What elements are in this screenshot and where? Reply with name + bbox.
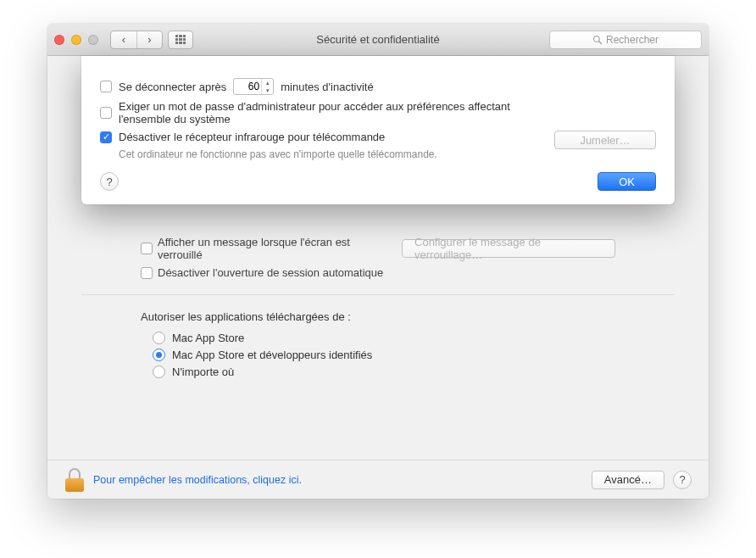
question-icon: ? xyxy=(106,176,112,188)
gk-radio-mas-dev-label: Mac App Store et développeurs identifiés xyxy=(172,349,372,361)
show-all-button[interactable] xyxy=(168,31,193,49)
titlebar: ‹ › Sécurité et confidentialité Recherch… xyxy=(47,24,709,56)
ok-button[interactable]: OK xyxy=(598,172,656,191)
zoom-window-button[interactable] xyxy=(88,35,98,45)
svg-line-1 xyxy=(598,41,601,43)
logout-after-checkbox[interactable] xyxy=(100,81,112,92)
back-button[interactable]: ‹ xyxy=(111,31,136,48)
gk-radio-mas-dev[interactable] xyxy=(153,349,165,361)
footer: Pour empêcher les modifications, cliquez… xyxy=(47,460,709,499)
forward-button[interactable]: › xyxy=(136,31,162,48)
set-lock-message-button[interactable]: Configurer le message de verrouillage… xyxy=(402,239,615,258)
disable-ir-checkbox[interactable] xyxy=(100,131,112,143)
disable-auto-login-checkbox[interactable] xyxy=(141,267,153,279)
gk-radio-mas[interactable] xyxy=(153,332,165,344)
show-lock-message-label: Afficher un message lorsque l'écran est … xyxy=(158,236,386,261)
disable-ir-subtext: Cet ordinateur ne fonctionne pas avec n'… xyxy=(119,148,539,160)
show-lock-message-checkbox[interactable] xyxy=(141,243,153,254)
advanced-button[interactable]: Avancé… xyxy=(592,471,664,489)
close-window-button[interactable] xyxy=(54,35,64,45)
help-button[interactable]: ? xyxy=(673,471,692,489)
minimize-window-button[interactable] xyxy=(71,35,81,45)
grid-icon xyxy=(175,35,186,45)
search-icon xyxy=(592,35,603,45)
chevron-right-icon: › xyxy=(147,33,151,46)
divider xyxy=(81,294,675,295)
gk-radio-mas-label: Mac App Store xyxy=(172,332,244,344)
search-placeholder: Rechercher xyxy=(606,34,659,46)
chevron-left-icon: ‹ xyxy=(122,33,125,46)
pair-button[interactable]: Jumeler… xyxy=(554,131,656,149)
logout-minutes-input[interactable] xyxy=(234,81,261,92)
lock-icon[interactable] xyxy=(64,468,85,492)
search-field[interactable]: Rechercher xyxy=(549,31,702,49)
logout-after-label-post: minutes d'inactivité xyxy=(281,81,373,93)
nav-back-forward: ‹ › xyxy=(110,31,163,49)
gk-radio-anywhere-label: N'importe où xyxy=(172,365,234,378)
gk-radio-anywhere[interactable] xyxy=(153,365,165,378)
gatekeeper-header: Autoriser les applications téléchargées … xyxy=(141,310,615,323)
question-icon: ? xyxy=(679,473,685,486)
stepper-down-icon[interactable]: ▾ xyxy=(262,86,273,94)
window-controls xyxy=(54,35,98,45)
advanced-sheet: Se déconnecter après ▴▾ minutes d'inacti… xyxy=(81,56,675,204)
require-admin-label: Exiger un mot de passe d'administrateur … xyxy=(119,100,539,126)
lock-help-text[interactable]: Pour empêcher les modifications, cliquez… xyxy=(93,474,302,486)
disable-ir-label: Désactiver le récepteur infrarouge pour … xyxy=(119,131,385,143)
sheet-help-button[interactable]: ? xyxy=(100,172,119,191)
logout-after-label-pre: Se déconnecter après xyxy=(119,81,226,93)
require-admin-checkbox[interactable] xyxy=(100,107,112,119)
logout-minutes-stepper[interactable]: ▴▾ xyxy=(233,78,274,95)
disable-auto-login-label: Désactiver l'ouverture de session automa… xyxy=(158,266,383,279)
stepper-up-icon[interactable]: ▴ xyxy=(262,79,273,86)
preferences-window: ‹ › Sécurité et confidentialité Recherch… xyxy=(47,24,709,499)
